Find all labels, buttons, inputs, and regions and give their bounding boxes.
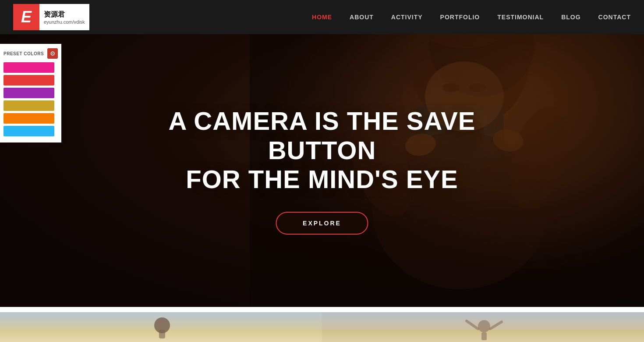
color-swatch-cyan[interactable] [4, 126, 54, 136]
bottom-left-image [0, 312, 322, 342]
svg-rect-27 [481, 332, 487, 340]
svg-rect-21 [159, 330, 165, 338]
logo[interactable]: E 资源君 eyunzhu.com/vdisk [13, 4, 89, 30]
bottom-right-scene [322, 312, 644, 342]
main-nav: HOME ABOUT ACTIVITY PORTFOLIO TESTIMONIA… [312, 14, 631, 21]
logo-chinese-name: 资源君 [44, 10, 85, 19]
nav-item-testimonial[interactable]: TESTIMONIAL [497, 14, 544, 21]
bottom-left-bg [0, 312, 322, 342]
bottom-strip [0, 312, 644, 342]
color-swatch-gold[interactable] [4, 100, 54, 111]
nav-item-home[interactable]: HOME [312, 14, 332, 21]
color-swatch-pink[interactable] [4, 62, 54, 73]
hero-section: A CAMERA IS THE SAVE BUTTON FOR THE MIND… [0, 0, 644, 307]
hero-title: A CAMERA IS THE SAVE BUTTON FOR THE MIND… [161, 107, 483, 194]
header: E 资源君 eyunzhu.com/vdisk HOME ABOUT ACTIV… [0, 0, 644, 34]
nav-item-blog[interactable]: BLOG [561, 14, 580, 21]
preset-header: PRESET COLORS ⚙ [4, 48, 58, 59]
logo-url: eyunzhu.com/vdisk [44, 19, 85, 25]
preset-label: PRESET COLORS [4, 51, 44, 56]
preset-colors-panel: PRESET COLORS ⚙ [0, 44, 61, 142]
logo-e-letter: E [13, 4, 39, 30]
color-swatch-crimson[interactable] [4, 75, 54, 86]
hero-content: A CAMERA IS THE SAVE BUTTON FOR THE MIND… [161, 107, 483, 235]
logo-text-box: 资源君 eyunzhu.com/vdisk [39, 4, 89, 30]
explore-button[interactable]: EXPLORE [276, 212, 368, 235]
nav-item-about[interactable]: ABOUT [350, 14, 374, 21]
svg-point-13 [491, 127, 525, 153]
svg-point-11 [500, 100, 578, 216]
color-swatch-purple[interactable] [4, 88, 54, 98]
svg-point-24 [478, 320, 490, 332]
bottom-right-image [322, 312, 644, 342]
gear-button[interactable]: ⚙ [47, 48, 58, 59]
svg-point-16 [469, 83, 486, 92]
nav-item-activity[interactable]: ACTIVITY [391, 14, 423, 21]
bottom-left-scene [0, 312, 322, 342]
color-swatch-orange[interactable] [4, 113, 54, 124]
gear-icon: ⚙ [50, 50, 56, 57]
svg-point-15 [442, 83, 460, 92]
nav-item-portfolio[interactable]: PORTFOLIO [440, 14, 480, 21]
nav-item-contact[interactable]: CONTACT [598, 14, 631, 21]
bottom-right-bg [322, 312, 644, 342]
